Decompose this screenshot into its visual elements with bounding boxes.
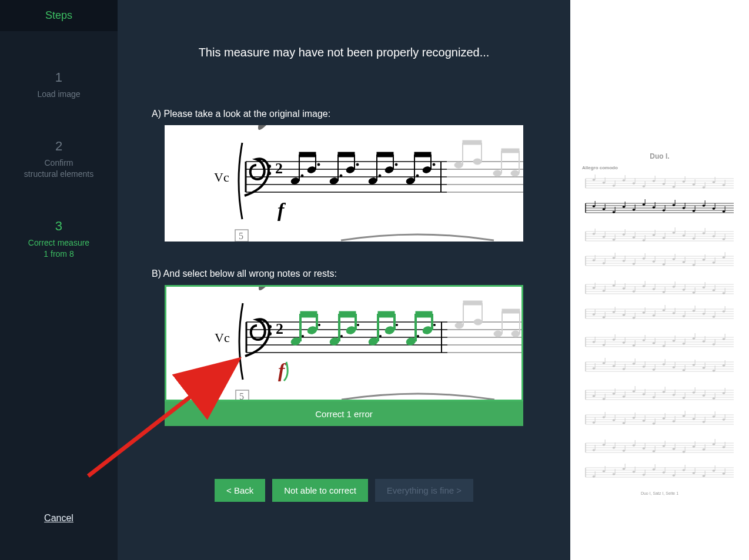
step-3[interactable]: 3 Correct measure 1 from 8: [28, 219, 89, 260]
svg-point-15: [268, 172, 271, 175]
svg-point-313: [693, 310, 696, 312]
svg-point-145: [703, 186, 705, 189]
svg-point-171: [663, 209, 666, 212]
editable-staff-svg: Vc 2 f: [166, 287, 521, 400]
svg-point-485: [703, 448, 705, 451]
svg-point-303: [643, 311, 646, 314]
step-2[interactable]: 2 Confirm structural elements: [24, 139, 93, 180]
svg-rect-22: [299, 152, 316, 157]
svg-point-205: [663, 237, 666, 239]
svg-point-319: [723, 310, 725, 313]
svg-point-100: [396, 324, 398, 326]
svg-point-351: [713, 343, 715, 346]
svg-point-473: [643, 447, 646, 450]
steps-sidebar: Steps 1 Load image 2 Confirm structural …: [0, 0, 118, 560]
svg-text:Vc: Vc: [215, 330, 230, 345]
main-panel: This measure may have not been properly …: [118, 0, 570, 560]
svg-point-51: [493, 170, 501, 176]
svg-point-235: [643, 257, 646, 260]
svg-point-343: [673, 340, 676, 342]
svg-point-431: [603, 416, 606, 418]
svg-point-363: [603, 362, 606, 364]
page-title: This measure may have not been properly …: [199, 46, 490, 59]
svg-point-349: [703, 340, 705, 343]
svg-point-379: [683, 369, 686, 371]
preview-treble-staff: [582, 438, 737, 457]
svg-point-213: [703, 232, 705, 234]
svg-point-385: [713, 370, 715, 372]
svg-point-327: [593, 341, 596, 343]
svg-point-129: [623, 179, 626, 182]
svg-point-99: [379, 335, 382, 337]
svg-point-143: [693, 183, 696, 186]
svg-point-251: [723, 256, 725, 259]
svg-point-401: [623, 395, 626, 398]
back-button[interactable]: < Back: [215, 479, 265, 502]
step-number: 2: [24, 139, 93, 154]
svg-point-139: [673, 186, 676, 188]
button-row: < Back Not able to correct Everything is…: [215, 479, 473, 502]
svg-point-307: [663, 309, 666, 311]
svg-point-141: [683, 180, 686, 183]
svg-point-497: [593, 475, 596, 478]
step-number: 3: [28, 219, 89, 234]
svg-text:f: f: [277, 199, 286, 221]
svg-point-293: [593, 313, 596, 316]
preview-bass-staff: [582, 410, 737, 429]
svg-point-371: [643, 365, 646, 368]
preview-system: [582, 280, 737, 323]
svg-point-515: [683, 469, 686, 471]
preview-system: [582, 174, 737, 217]
svg-rect-79: [300, 311, 317, 317]
svg-point-209: [683, 234, 686, 237]
svg-point-521: [713, 470, 715, 472]
svg-point-409: [663, 391, 666, 393]
svg-point-26: [346, 166, 355, 174]
svg-point-108: [494, 331, 502, 337]
svg-point-269: [643, 285, 646, 287]
preview-bass-staff: [582, 304, 737, 323]
svg-point-523: [723, 472, 725, 475]
not-able-button[interactable]: Not able to correct: [272, 479, 368, 502]
svg-point-263: [613, 284, 616, 287]
svg-point-241: [673, 258, 676, 260]
svg-point-191: [593, 233, 596, 235]
svg-point-317: [713, 316, 715, 318]
step-number: 1: [37, 70, 80, 85]
cancel-link[interactable]: Cancel: [0, 513, 118, 524]
svg-point-285: [723, 292, 725, 294]
svg-point-445: [673, 420, 676, 422]
svg-text:5: 5: [239, 231, 243, 241]
app-root: Steps 1 Load image 2 Confirm structural …: [0, 0, 749, 560]
correct-error-button[interactable]: Correct 1 error: [165, 401, 523, 426]
svg-point-96: [318, 324, 320, 326]
svg-point-167: [643, 203, 646, 206]
svg-point-483: [693, 445, 696, 448]
preview-treble-staff: [582, 280, 737, 299]
svg-point-245: [693, 264, 696, 266]
svg-point-48: [473, 159, 482, 165]
svg-point-395: [593, 395, 596, 397]
section-a-label: A) Please take a look at the original im…: [141, 109, 547, 119]
svg-point-295: [603, 316, 606, 318]
svg-point-211: [693, 237, 696, 240]
svg-point-201: [643, 239, 646, 242]
preview-treble-staff: [582, 174, 737, 193]
editable-measure-image[interactable]: Vc 2 f: [165, 285, 523, 401]
svg-point-271: [653, 288, 656, 290]
svg-point-97: [340, 335, 343, 337]
step-1[interactable]: 1 Load image: [37, 70, 80, 100]
svg-point-429: [593, 421, 596, 424]
svg-text:5: 5: [239, 391, 244, 400]
everything-fine-button: Everything is fine >: [375, 479, 473, 502]
svg-point-14: [268, 165, 271, 168]
svg-point-517: [693, 472, 696, 474]
svg-point-177: [693, 210, 696, 212]
svg-point-25: [329, 177, 339, 185]
svg-point-44: [416, 175, 419, 177]
svg-point-369: [633, 363, 636, 365]
svg-point-279: [693, 291, 696, 294]
original-staff-svg: Vc 2 f: [165, 125, 523, 242]
svg-point-24: [317, 163, 320, 166]
svg-point-373: [653, 368, 656, 371]
